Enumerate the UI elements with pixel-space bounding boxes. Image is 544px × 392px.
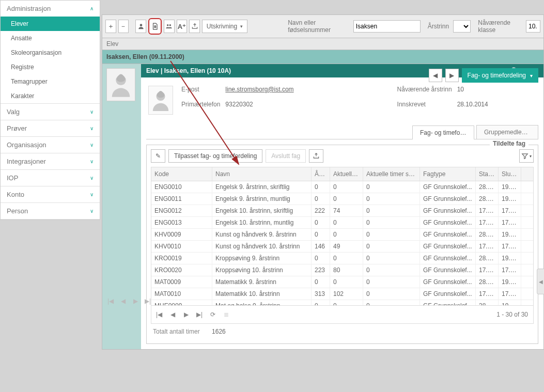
table-cell: 28.1... (476, 229, 499, 240)
table-row[interactable]: ENG0010Engelsk 9. årstrinn, skriftlig000… (151, 181, 533, 193)
email-value[interactable]: line.stromsborg@ist.com (225, 86, 293, 100)
col-header[interactable]: Fagtype (420, 167, 476, 181)
table-cell: 0 (363, 300, 420, 305)
inner-panel: Tildelte fag ✎ Tilpasset fag- og timefor… (146, 145, 538, 344)
view-dropdown[interactable]: Fag- og timefordeling ▾ (462, 68, 538, 83)
table-body[interactable]: ENG0010Engelsk 9. årstrinn, skriftlig000… (151, 181, 533, 305)
phone-value: 93220302 (225, 101, 293, 115)
col-header[interactable]: Start... (476, 167, 499, 181)
table-cell: 0 (312, 276, 330, 288)
table-cell: MAT0009 (151, 276, 212, 288)
sidebar-section-person[interactable]: Person∨ (1, 203, 100, 219)
col-header[interactable]: Aktuelle ... (330, 167, 363, 181)
page-prev-button[interactable]: ◀ (167, 309, 178, 320)
refresh-button[interactable]: ⟳ (207, 309, 219, 320)
sidebar-section-valg[interactable]: Valg∨ (1, 104, 100, 120)
sidebar-item-skoleorganisasjon[interactable]: Skoleorganisasjon (1, 45, 100, 60)
table-cell: 17.0... (499, 288, 521, 300)
table-cell: 0 (363, 205, 420, 216)
sidebar-section-administrasjon[interactable]: Administrasjon∧ (1, 1, 100, 17)
arstrinn-label: Årstrinn (428, 23, 449, 30)
export-icon-button[interactable] (189, 20, 200, 33)
sidebar-item-registre[interactable]: Registre (1, 60, 100, 74)
avatar-large (106, 68, 135, 101)
main: ＋ － A⁺ Utskrivning ▾ Navn eller fødselsn… (102, 14, 544, 392)
avatar-small (148, 86, 173, 115)
sidebar-section-prøver[interactable]: Prøver∨ (1, 120, 100, 136)
table-cell: 28.1... (476, 193, 499, 205)
sidebar-item-elever[interactable]: Elever (1, 17, 100, 31)
prev-record-button[interactable]: ◀ (429, 69, 442, 82)
klasse-input[interactable] (526, 20, 540, 33)
rec-first-button[interactable]: |◀ (105, 295, 116, 307)
table-cell: 0 (330, 300, 363, 305)
table-cell: 0 (330, 181, 363, 193)
table-row[interactable]: ENG0011Engelsk 9. årstrinn, muntlig000GF… (151, 193, 533, 205)
table-cell: 28.1... (476, 181, 499, 193)
table-row[interactable]: ENG0012Engelsk 10. årstrinn, skriftlig22… (151, 205, 533, 217)
table-row[interactable]: ENG0013Engelsk 10. årstrinn, muntlig000G… (151, 217, 533, 229)
columns-button[interactable]: ≣ (221, 309, 232, 320)
add-button[interactable]: ＋ (105, 20, 116, 33)
svg-point-2 (169, 24, 172, 26)
rec-last-button[interactable]: ▶| (142, 295, 153, 307)
sidebar-item-temagrupper[interactable]: Temagrupper (1, 74, 100, 89)
filter-icon-button[interactable]: ▾ (519, 149, 534, 163)
side-collapse-grip[interactable]: ◀ (537, 269, 544, 294)
remove-button[interactable]: － (118, 20, 129, 33)
table-cell: GF Grunnskolef... (420, 288, 476, 300)
subjects-table: KodeNavnÅrst...Aktuelle ...Aktuelle time… (151, 167, 534, 324)
page-last-button[interactable]: ▶| (194, 309, 205, 320)
table-row[interactable]: MAT0010Matematikk 10. årstrinn3131020GF … (151, 288, 533, 300)
utskrivning-dropdown[interactable]: Utskrivning ▾ (202, 20, 247, 33)
page-next-button[interactable]: ▶ (180, 309, 192, 320)
document-icon-button[interactable] (148, 18, 162, 35)
breadcrumb-level2[interactable]: Isaksen, Ellen (09.11.2000) (102, 50, 544, 64)
table-cell: 223 (312, 264, 330, 276)
next-record-button[interactable]: ▶ (445, 69, 459, 82)
sidebar-section-iop[interactable]: IOP∨ (1, 170, 100, 186)
tab-fag-timefordeling[interactable]: Fag- og timefordeling (412, 126, 474, 139)
text-icon-button[interactable]: A⁺ (177, 20, 188, 33)
table-row[interactable]: KHV0010Kunst og håndverk 10. årstrinn146… (151, 241, 533, 253)
table-cell: 17.0... (476, 264, 499, 276)
table-cell: GF Grunnskolef... (420, 181, 476, 193)
table-cell: MAT0010 (151, 288, 212, 300)
table-cell: 19.0... (499, 229, 521, 240)
grade-value: 10 (457, 86, 488, 100)
col-header[interactable]: Kode (151, 167, 212, 181)
panel-export-button[interactable] (309, 149, 323, 163)
table-cell: 0 (363, 253, 420, 264)
page-first-button[interactable]: |◀ (153, 309, 165, 320)
col-header[interactable]: Aktuelle timer spes... (363, 167, 420, 181)
tab-gruppemedlemskap[interactable]: Gruppemedlemskap (476, 125, 538, 139)
tabs: Fag- og timefordeling Gruppemedlemskap (146, 125, 538, 139)
table-cell: ENG0011 (151, 193, 212, 205)
sidebar-section-integrasjoner[interactable]: Integrasjoner∨ (1, 153, 100, 169)
email-label: E-post (181, 86, 220, 100)
tilpasset-button[interactable]: Tilpasset fag- og timefordeling (168, 149, 262, 163)
table-cell: GF Grunnskolef... (420, 264, 476, 276)
table-row[interactable]: KHV0009Kunst og håndverk 9. årstrinn000G… (151, 229, 533, 241)
table-cell: GF Grunnskolef... (420, 241, 476, 252)
table-cell: GF Grunnskolef... (420, 229, 476, 240)
col-header[interactable]: Slutt... (499, 167, 521, 181)
table-row[interactable]: MHE0009Mat og helse 9. årstrinn000GF Gru… (151, 300, 533, 305)
sidebar-section-organisasjon[interactable]: Organisasjon∨ (1, 137, 100, 153)
arstrinn-select[interactable] (453, 20, 471, 33)
edit-icon-button[interactable]: ✎ (151, 149, 165, 163)
group-icon-button[interactable] (164, 20, 175, 33)
sidebar-item-karakter[interactable]: Karakter (1, 89, 100, 103)
person-icon-button[interactable] (135, 20, 146, 33)
rec-prev-button[interactable]: ◀ (117, 295, 129, 307)
table-row[interactable]: MAT0009Matematikk 9. årstrinn000GF Grunn… (151, 276, 533, 288)
col-header[interactable]: Årst... (312, 167, 330, 181)
rec-next-button[interactable]: ▶ (130, 295, 141, 307)
table-row[interactable]: KRO0020Kroppsøving 10. årstrinn223800GF … (151, 264, 533, 276)
table-cell: Matematikk 10. årstrinn (212, 288, 312, 300)
sidebar-item-ansatte[interactable]: Ansatte (1, 31, 100, 45)
search-input[interactable] (353, 20, 421, 33)
table-row[interactable]: KRO0019Kroppsøving 9. årstrinn000GF Grun… (151, 253, 533, 264)
col-header[interactable]: Navn (212, 167, 312, 181)
sidebar-section-konto[interactable]: Konto∨ (1, 186, 100, 202)
